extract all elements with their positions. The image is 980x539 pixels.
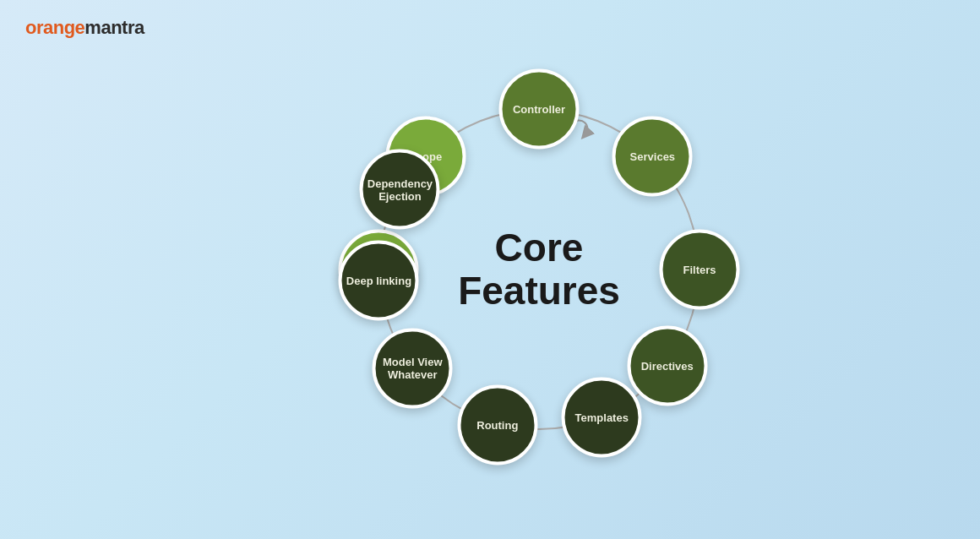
logo: orangemantra <box>25 17 144 39</box>
logo-orange: orange <box>25 17 84 38</box>
features-text: Features <box>458 270 620 313</box>
node-controller: Controller <box>499 69 580 150</box>
node-directives: Directives <box>627 326 707 406</box>
node-model-view-whatever: Model ViewWhatever <box>373 328 453 408</box>
node-filters: Filters <box>660 230 740 310</box>
node-templates: Templates <box>562 377 642 457</box>
logo-dark: mantra <box>84 17 144 38</box>
node-dependency-ejection: DependencyEjection <box>360 150 440 230</box>
node-deep-linking: Deep linking <box>339 241 419 321</box>
core-text: Core <box>458 226 620 270</box>
node-routing: Routing <box>457 384 537 465</box>
center-label: Core Features <box>458 226 620 312</box>
node-services: Services <box>612 116 693 196</box>
diagram-container: Core Features Data-BindingScopeControlle… <box>294 24 784 514</box>
